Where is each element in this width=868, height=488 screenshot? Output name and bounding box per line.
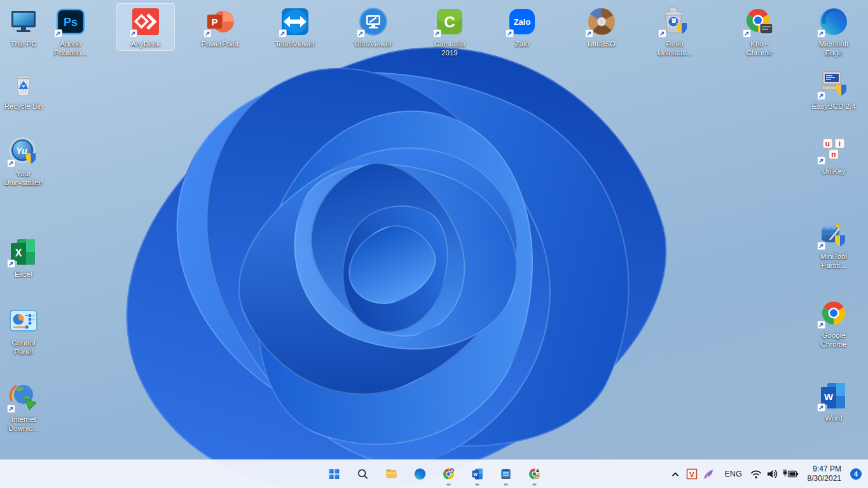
minitool-partition-icon [818,219,849,249]
desktop-icon-microsoft-edge[interactable]: Microsoft Edge [805,4,862,60]
shortcut-arrow-icon [203,29,212,38]
desktop-icon-label: Control Panel [11,338,35,357]
your-uninstaller-icon: Yu [8,136,39,167]
svg-text:V: V [689,471,694,478]
this-pc-icon [8,6,39,37]
shortcut-arrow-icon [817,321,825,329]
desktop-icon-idm[interactable]: Internet Downlo... [0,379,52,435]
shortcut-arrow-icon [585,29,593,38]
search-button[interactable] [350,461,375,487]
desktop-icon-zalo[interactable]: Zalo Zalo [493,4,551,50]
shortcut-arrow-icon [433,29,441,38]
feather-icon [702,468,715,480]
tray-time: 9:47 PM [813,464,841,474]
chrome-profile-2-button[interactable] [521,461,547,487]
edge-taskbar-button[interactable] [407,461,432,487]
desktop-icon-teamviewer[interactable]: TeamViewer [266,4,324,50]
wifi-tray-button[interactable] [748,463,764,485]
desktop-icon-label: Your Unin-staller! [4,169,43,188]
notebook-icon [498,466,513,482]
desktop-icon-label: UltraViewer [354,39,392,48]
battery-tray-button[interactable] [781,463,800,485]
desktop-icon-label: Microsoft Edge [819,39,849,58]
desktop-icon-adobe-photoshop[interactable]: Ps Adobe Photosh... [42,4,99,60]
internet-download-manager-icon [8,382,39,412]
desktop-icon-powerpoint[interactable]: P PowerPoint [191,4,249,50]
desktop-icon-kho-chrome[interactable]: Kho - Chrome [731,4,788,60]
desktop-icon-label: This PC [11,39,37,48]
desktop-icon-unikey[interactable]: uin UniKey [805,131,862,178]
word-icon: W [469,466,485,482]
desktop-icon-camtasia[interactable]: C Camtasia 2019 [421,4,478,60]
control-panel-icon [8,305,39,336]
shortcut-arrow-icon [129,29,137,38]
photoshop-icon: Ps [55,6,86,37]
desktop-icon-excel[interactable]: X Excel [0,234,52,281]
desktop-icon-label: Word [825,414,842,422]
teamviewer-icon [280,6,310,37]
shortcut-arrow-icon [817,242,825,250]
svg-text:X: X [15,247,22,258]
desktop-icon-label: Recycle Bin [4,102,43,111]
desktop-icon-your-uninstaller[interactable]: Yu Your Unin-staller! [0,134,52,190]
svg-text:Ps: Ps [64,16,78,29]
svg-text:u: u [825,139,830,148]
word-taskbar-button[interactable]: W [464,461,490,487]
start-button[interactable] [321,461,347,487]
chevron-up-icon [669,468,682,480]
volume-tray-button[interactable] [764,463,781,485]
powerpoint-icon: P [205,6,235,37]
ultraviewer-icon [358,6,389,37]
clock[interactable]: 9:47 PM 8/30/2021 [803,463,846,485]
chrome-icon [527,466,542,482]
recycle-bin-icon [8,69,39,99]
desktop-icon-recycle-bin[interactable]: Recycle Bin [0,66,52,113]
desktop-icon-label: Zalo [515,39,529,48]
easybcd-icon [818,69,849,99]
edge-icon [818,6,849,37]
desktop-icon-revo-uninstaller[interactable]: Revo Uninstall... [646,4,703,60]
shortcut-arrow-icon [743,29,751,38]
search-icon [355,466,370,482]
unikey-icon: uin [818,134,849,164]
shortcut-arrow-icon [7,260,15,268]
ultraiso-icon [586,6,617,37]
desktop-icon-label: UltraISO [588,39,616,48]
camtasia-icon: C [434,6,465,37]
running-indicator [475,484,479,485]
notebook-app-button[interactable] [493,461,518,487]
desktop-icon-ultraviewer[interactable]: UltraViewer [345,4,402,50]
notification-center-button[interactable]: 4 [846,463,862,485]
file-explorer-button[interactable] [378,461,404,487]
word-icon: W [818,380,849,411]
pen-app-tray-button[interactable] [700,463,717,485]
tray-overflow-chevron[interactable] [667,463,684,485]
shortcut-arrow-icon [658,29,666,38]
running-indicator [504,484,507,485]
tray-date: 8/30/2021 [808,474,841,484]
desktop-icon-control-panel[interactable]: Control Panel [0,303,52,359]
wallpaper-bloom [102,38,680,458]
desktop-icon-label: EasyBCD 2.4 [811,102,855,111]
anydesk-icon [130,6,161,37]
zalo-icon: Zalo [507,6,537,37]
unikey-tray-button[interactable]: V [684,463,700,485]
desktop-icon-minitool[interactable]: MiniTool Partiti... [805,216,862,272]
shortcut-arrow-icon [817,403,825,412]
windows-logo-icon [326,466,341,482]
desktop-icon-anydesk[interactable]: AnyDesk [117,4,174,50]
taskbar: W V ENG [0,459,868,488]
running-indicator [446,484,450,485]
language-indicator[interactable]: ENG [719,463,748,485]
chrome-profile-1-button[interactable] [436,461,461,487]
desktop-icon-label: Kho - Chrome [747,39,773,58]
desktop-icon-easybcd[interactable]: EasyBCD 2.4 [805,66,862,113]
shortcut-arrow-icon [7,159,15,167]
desktop-icon-ultraiso[interactable]: UltraISO [573,4,630,50]
shortcut-arrow-icon [506,29,514,38]
desktop-icon-word[interactable]: W Word [805,378,862,424]
desktop-icon-google-chrome[interactable]: Google Chrome [805,295,862,351]
running-indicator [532,484,536,485]
svg-text:P: P [211,17,217,27]
excel-icon: X [8,237,39,267]
